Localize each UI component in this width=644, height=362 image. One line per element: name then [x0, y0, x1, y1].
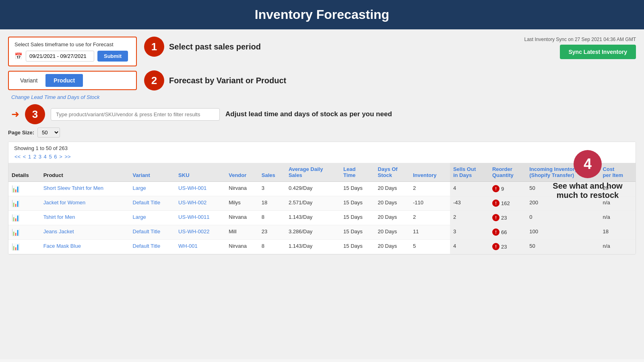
sku-link[interactable]: US-WH-0022	[178, 228, 209, 234]
cell-variant: Default Title	[130, 196, 175, 211]
cell-vendor: Nirvana	[225, 211, 258, 225]
cell-vendor: Nirvana	[225, 240, 258, 254]
product-link[interactable]: Short Sleev Tshirt for Men	[43, 185, 103, 191]
chart-icon[interactable]: 📊	[12, 200, 20, 207]
tab-variant[interactable]: Variant	[12, 74, 45, 87]
cell-details: 📊	[8, 196, 40, 211]
table-showing: Showing 1 to 50 of 263	[8, 142, 636, 153]
cell-days-stock: 20 Days	[375, 196, 410, 211]
variant-link[interactable]: Large	[133, 214, 146, 220]
cell-days-stock: 20 Days	[375, 240, 410, 254]
page-prev[interactable]: <	[23, 154, 26, 160]
reorder-alert-icon: !	[492, 228, 500, 236]
cell-incoming: 0	[526, 211, 599, 225]
cell-vendor: Nirvana	[225, 182, 258, 196]
cell-vendor: Milys	[225, 196, 258, 211]
col-reorder-qty: ReorderQuantity	[489, 163, 526, 182]
cell-sells-out: 4	[450, 240, 489, 254]
product-link[interactable]: Jeans Jacket	[43, 228, 74, 234]
product-link[interactable]: Tshirt for Men	[43, 214, 75, 220]
sku-link[interactable]: WH-001	[178, 243, 198, 249]
page-3[interactable]: 3	[39, 154, 41, 160]
cell-reorder: ! 23	[489, 211, 526, 225]
search-section: ➜ 3 Adjust lead time and days of stock a…	[8, 104, 636, 124]
chart-icon[interactable]: 📊	[12, 229, 20, 236]
search-input[interactable]	[51, 108, 220, 121]
cell-sales: 8	[258, 240, 285, 254]
chart-icon[interactable]: 📊	[12, 185, 20, 192]
sku-link[interactable]: US-WH-001	[178, 185, 206, 191]
reorder-badge: ! 66	[492, 228, 507, 236]
cell-incoming: 100	[526, 225, 599, 240]
variant-link[interactable]: Default Title	[133, 200, 161, 206]
cell-product: Short Sleev Tshirt for Men	[40, 182, 130, 196]
product-link[interactable]: Jacket for Women	[43, 200, 86, 206]
annotation-1: 1 Select past sales period	[144, 37, 261, 57]
page-6[interactable]: 6	[54, 154, 57, 160]
cell-reorder: ! 66	[489, 225, 526, 240]
cell-sku: US-WH-001	[175, 182, 225, 196]
page-size-row: Page Size: 50 100 200	[8, 128, 636, 138]
cell-sells-out: -43	[450, 196, 489, 211]
cell-reorder: ! 9	[489, 182, 526, 196]
cell-sales: 3	[258, 182, 285, 196]
table-row: 📊 Short Sleev Tshirt for Men Large US-WH…	[8, 182, 636, 196]
cell-inventory: 2	[410, 182, 450, 196]
page-4[interactable]: 4	[44, 154, 47, 160]
sku-link[interactable]: US-WH-002	[178, 200, 206, 206]
control-box-2: Variant Product	[8, 71, 137, 90]
page-5[interactable]: 5	[49, 154, 52, 160]
col-variant: Variant	[130, 163, 175, 182]
col-inventory: Inventory	[410, 163, 450, 182]
cell-days-stock: 20 Days	[375, 225, 410, 240]
cell-variant: Large	[130, 211, 175, 225]
annotation-4-text: See what and how much to restock	[543, 181, 632, 200]
cell-sales: 18	[258, 196, 285, 211]
cell-sells-out: 3	[450, 225, 489, 240]
second-section: Variant Product 2 Forecast by Variant or…	[8, 70, 636, 90]
annotation-2-circle: 2	[144, 70, 164, 90]
col-sales: Sales	[258, 163, 285, 182]
variant-link[interactable]: Default Title	[133, 228, 161, 234]
cell-vendor: Mill	[225, 225, 258, 240]
product-link[interactable]: Face Mask Blue	[43, 243, 81, 249]
variant-link[interactable]: Large	[133, 185, 146, 191]
date-range-input[interactable]	[26, 51, 94, 62]
sync-button[interactable]: Sync Latest Inventory	[560, 45, 636, 59]
col-sku: SKU	[175, 163, 225, 182]
reorder-badge: ! 162	[492, 200, 510, 207]
page-2[interactable]: 2	[33, 154, 36, 160]
table-section-wrapper: Showing 1 to 50 of 263 << < 1 2 3 4 5 6 …	[8, 142, 636, 255]
table-row: 📊 Face Mask Blue Default Title WH-001 Ni…	[8, 240, 636, 254]
page-1[interactable]: 1	[28, 154, 31, 160]
page-last[interactable]: >>	[64, 154, 70, 160]
variant-link[interactable]: Default Title	[133, 243, 161, 249]
change-lead-link[interactable]: Change Lead Time and Days of Stock	[11, 94, 100, 100]
cell-sells-out: 4	[450, 182, 489, 196]
annotation-3-text: Adjust lead time and days of stock as pe…	[225, 110, 392, 118]
cell-inventory: 5	[410, 240, 450, 254]
chart-icon[interactable]: 📊	[12, 214, 20, 221]
inventory-table: Details Product Variant SKU Vendor Sales…	[8, 163, 636, 254]
chart-icon[interactable]: 📊	[12, 243, 20, 250]
cell-inventory: -110	[410, 196, 450, 211]
cell-days-stock: 20 Days	[375, 211, 410, 225]
page-title: Inventory Forecasting	[255, 7, 389, 22]
cell-product: Jeans Jacket	[40, 225, 130, 240]
reorder-badge: ! 23	[492, 214, 507, 221]
page-first[interactable]: <<	[14, 154, 21, 160]
cell-reorder: ! 23	[489, 240, 526, 254]
annotation-2-text: Forecast by Variant or Product	[169, 76, 286, 85]
cell-reorder: ! 162	[489, 196, 526, 211]
cell-cost: n/a	[600, 240, 636, 254]
calendar-icon: 📅	[14, 52, 23, 60]
submit-button[interactable]: Submit	[97, 51, 128, 62]
cell-incoming: 50	[526, 240, 599, 254]
page-size-select[interactable]: 50 100 200	[37, 128, 60, 138]
sku-link[interactable]: US-WH-0011	[178, 214, 209, 220]
tab-product[interactable]: Product	[45, 74, 83, 87]
page-next[interactable]: >	[59, 154, 62, 160]
pagination: << < 1 2 3 4 5 6 > >>	[8, 153, 636, 163]
table-row: 📊 Jeans Jacket Default Title US-WH-0022 …	[8, 225, 636, 240]
col-product: Product	[40, 163, 130, 182]
